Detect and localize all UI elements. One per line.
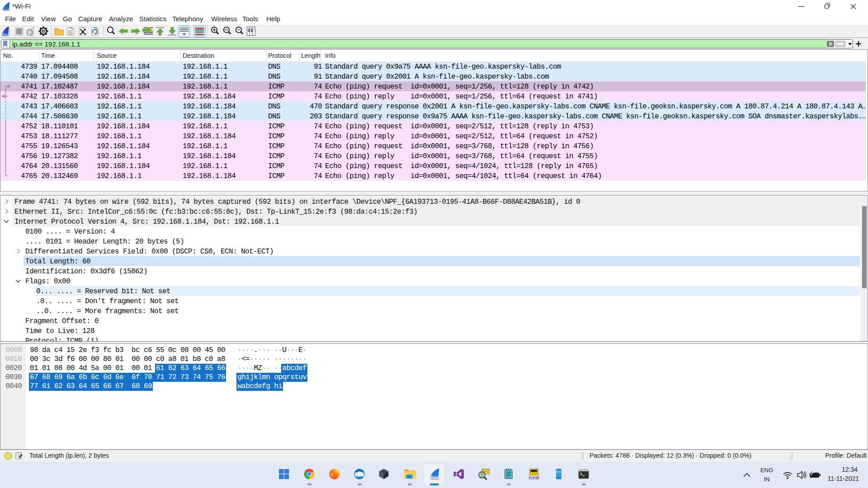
svg-text:TCP/IP: TCP/IP [529, 476, 539, 479]
